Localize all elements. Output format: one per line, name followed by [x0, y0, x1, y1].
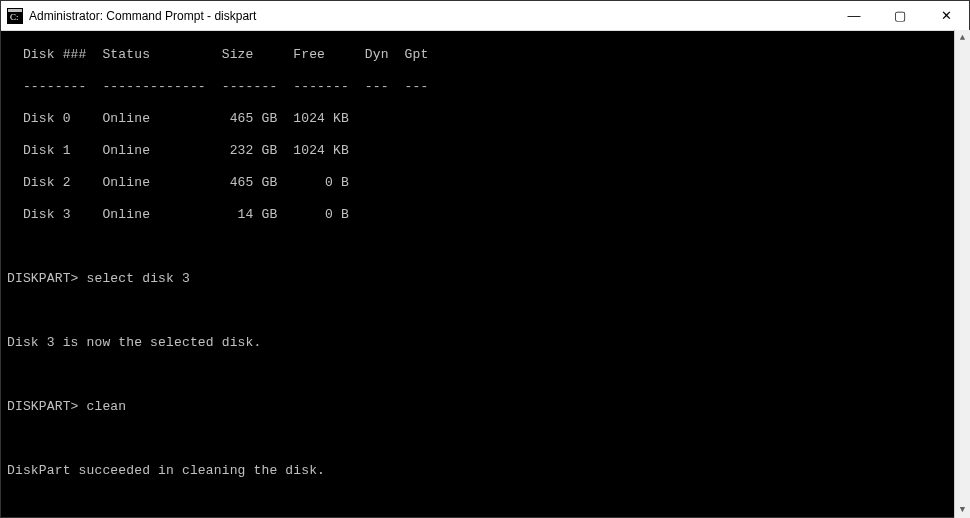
cmd-icon: C: — [7, 8, 23, 24]
terminal-output[interactable]: Disk ### Status Size Free Dyn Gpt ------… — [1, 31, 969, 517]
scroll-up-icon[interactable]: ▲ — [955, 30, 970, 46]
disk-row-2: Disk 2 Online 465 GB 0 B — [7, 175, 963, 191]
titlebar[interactable]: C: Administrator: Command Prompt - diskp… — [1, 1, 969, 31]
minimize-button[interactable]: — — [831, 1, 877, 30]
output-clean: DiskPart succeeded in cleaning the disk. — [7, 463, 963, 479]
disk-table-divider: -------- ------------- ------- ------- -… — [7, 79, 963, 95]
cmd-clean: clean — [87, 399, 127, 414]
close-button[interactable]: ✕ — [923, 1, 969, 30]
svg-text:C:: C: — [10, 12, 19, 22]
maximize-button[interactable]: ▢ — [877, 1, 923, 30]
vertical-scrollbar[interactable]: ▲ ▼ — [954, 30, 970, 518]
scroll-down-icon[interactable]: ▼ — [955, 502, 970, 518]
disk-table-header: Disk ### Status Size Free Dyn Gpt — [7, 47, 963, 63]
cmd-select-disk: select disk 3 — [87, 271, 190, 286]
prompt: DISKPART> — [7, 399, 87, 414]
window-title: Administrator: Command Prompt - diskpart — [29, 9, 256, 23]
disk-row-1: Disk 1 Online 232 GB 1024 KB — [7, 143, 963, 159]
output-selected-disk: Disk 3 is now the selected disk. — [7, 335, 963, 351]
window-controls: — ▢ ✕ — [831, 1, 969, 30]
prompt: DISKPART> — [7, 271, 87, 286]
disk-row-0: Disk 0 Online 465 GB 1024 KB — [7, 111, 963, 127]
disk-row-3: Disk 3 Online 14 GB 0 B — [7, 207, 963, 223]
cmd-window: C: Administrator: Command Prompt - diskp… — [0, 0, 970, 518]
